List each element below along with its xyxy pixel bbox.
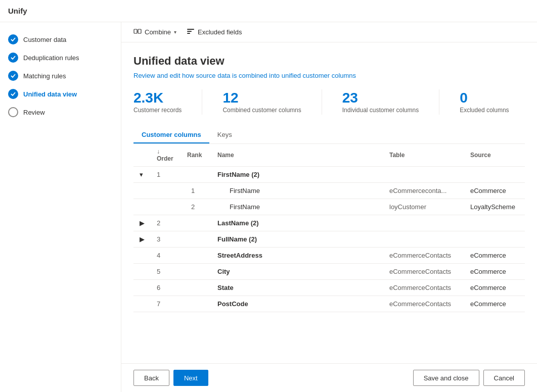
stat-number-individual-columns: 23 (342, 89, 358, 107)
table-cell: loyCustomer (383, 199, 464, 215)
content-area: Combine ▾ Excluded fields Unif (121, 22, 537, 392)
source-cell (464, 231, 525, 248)
save-close-button[interactable]: Save and close (413, 370, 479, 386)
expand-cell[interactable]: ▾ (133, 167, 151, 183)
excluded-fields-icon (187, 27, 195, 37)
footer: Back Next Save and close Cancel (121, 363, 537, 392)
expand-cell (133, 248, 151, 264)
order-cell: 1 (151, 167, 181, 183)
tab-keys[interactable]: Keys (209, 127, 240, 143)
page-title: Unified data view (133, 55, 525, 68)
stat-divider-2 (322, 89, 322, 115)
name-cell: FullName (2) (211, 231, 383, 248)
sidebar-item-matching-rules[interactable]: Matching rules (0, 67, 121, 85)
combine-chevron: ▾ (174, 29, 176, 35)
name-cell: FirstName (2) (211, 167, 383, 183)
rank-cell (181, 248, 211, 264)
order-cell: 7 (151, 296, 181, 312)
tab-customer-columns[interactable]: Customer columns (133, 127, 209, 143)
table-row-0: ▾ 1 FirstName (2) (133, 167, 525, 183)
sub-nav: Combine ▾ Excluded fields (121, 22, 537, 42)
sidebar-item-review[interactable]: Review (0, 103, 121, 121)
sidebar-icon-review (8, 107, 18, 117)
source-cell (464, 215, 525, 231)
sidebar-icon-unified-data-view (8, 89, 18, 99)
stat-number-excluded-columns: 0 (460, 89, 468, 107)
svg-rect-1 (138, 29, 141, 33)
sidebar-label-matching-rules: Matching rules (23, 72, 66, 80)
stat-label-excluded-columns: Excluded columns (460, 107, 509, 114)
sidebar-item-deduplication-rules[interactable]: Deduplication rules (0, 48, 121, 67)
expand-cell (133, 264, 151, 280)
source-cell: eCommerce (464, 296, 525, 312)
col-header-name: Name (211, 144, 383, 167)
table-cell: eCommerceconta... (383, 183, 464, 199)
chevron-right-icon: ▶ (140, 219, 145, 227)
data-table: ↓ Order Rank Name Table Source ▾ 1 First… (133, 144, 525, 312)
name-cell: FirstName (211, 183, 383, 199)
table-row-5: 4 StreetAddress eCommerceContacts eComme… (133, 248, 525, 264)
cancel-button[interactable]: Cancel (483, 370, 525, 386)
excluded-fields-nav-item[interactable]: Excluded fields (183, 22, 246, 42)
table-cell (383, 215, 464, 231)
expand-cell[interactable]: ▶ (133, 215, 151, 231)
table-cell: eCommerceContacts (383, 296, 464, 312)
stat-label-customer-records: Customer records (133, 107, 182, 114)
rank-cell: 1 (181, 183, 211, 199)
combine-nav-item[interactable]: Combine ▾ (129, 22, 181, 42)
back-button[interactable]: Back (133, 370, 169, 386)
col-header-order[interactable]: ↓ Order (151, 144, 181, 167)
sidebar-item-unified-data-view[interactable]: Unified data view (0, 85, 121, 103)
expand-cell[interactable]: ▶ (133, 231, 151, 248)
svg-rect-3 (187, 29, 194, 30)
sidebar-icon-customer-data (8, 34, 18, 44)
table-row-1: 1 FirstName eCommerceconta... eCommerce (133, 183, 525, 199)
expand-cell (133, 199, 151, 215)
svg-rect-5 (187, 33, 190, 34)
stat-individual-columns: 23 Individual customer columns (342, 89, 419, 115)
stat-number-combined-columns: 12 (222, 89, 238, 107)
stat-divider-1 (202, 89, 202, 115)
next-button[interactable]: Next (173, 370, 208, 386)
table-row-8: 7 PostCode eCommerceContacts eCommerce (133, 296, 525, 312)
table-row-4: ▶ 3 FullName (2) (133, 231, 525, 248)
name-cell: LastName (2) (211, 215, 383, 231)
top-nav: Unify (0, 0, 537, 22)
col-header-rank: Rank (181, 144, 211, 167)
svg-rect-0 (134, 29, 137, 33)
sidebar-label-deduplication-rules: Deduplication rules (23, 54, 79, 62)
table-cell: eCommerceContacts (383, 248, 464, 264)
sidebar-item-customer-data[interactable]: Customer data (0, 30, 121, 48)
name-cell: PostCode (211, 296, 383, 312)
stat-number-customer-records: 2.3K (133, 89, 163, 107)
expand-cell (133, 296, 151, 312)
stat-excluded-columns: 0 Excluded columns (460, 89, 509, 115)
source-cell: eCommerce (464, 264, 525, 280)
order-cell: 2 (151, 215, 181, 231)
col-header-table: Table (383, 144, 464, 167)
name-cell: StreetAddress (211, 248, 383, 264)
table-cell (383, 231, 464, 248)
sidebar-label-unified-data-view: Unified data view (23, 90, 77, 98)
rank-cell (181, 167, 211, 183)
order-cell: 6 (151, 280, 181, 296)
combine-label: Combine (145, 28, 171, 36)
rank-cell: 2 (181, 199, 211, 215)
source-cell: eCommerce (464, 248, 525, 264)
expand-cell (133, 183, 151, 199)
stat-divider-3 (439, 89, 439, 115)
rank-cell (181, 280, 211, 296)
app-title: Unify (8, 7, 27, 15)
page-subtitle: Review and edit how source data is combi… (133, 72, 525, 79)
source-cell: LoyaltyScheme (464, 199, 525, 215)
col-header-expand (133, 144, 151, 167)
name-cell: FirstName (211, 199, 383, 215)
table-row-6: 5 City eCommerceContacts eCommerce (133, 264, 525, 280)
col-header-source: Source (464, 144, 525, 167)
name-cell: City (211, 264, 383, 280)
sidebar-label-customer-data: Customer data (23, 36, 66, 43)
name-cell: State (211, 280, 383, 296)
table-row-2: 2 FirstName loyCustomer LoyaltyScheme (133, 199, 525, 215)
stat-customer-records: 2.3K Customer records (133, 89, 182, 115)
order-cell: 4 (151, 248, 181, 264)
